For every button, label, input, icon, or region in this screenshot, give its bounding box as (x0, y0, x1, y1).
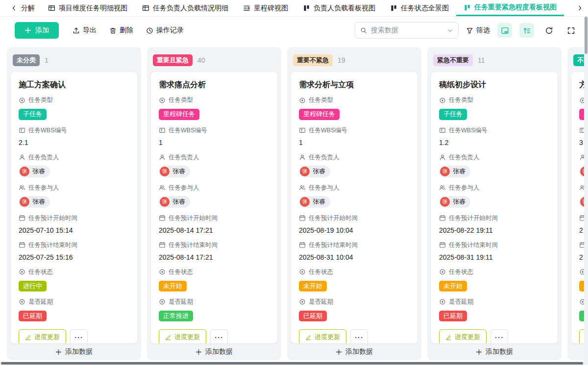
add-row-button[interactable]: 添加数据 (427, 343, 562, 360)
tab-owner-load-detail[interactable]: 任务负责人负载情况明细 (135, 0, 236, 16)
add-row-button[interactable]: 添加数据 (147, 343, 281, 360)
avatar: 张 (300, 197, 310, 207)
field-task-type: 任务类型 子任务 (439, 96, 550, 120)
tab-label: 里程碑视图 (254, 4, 288, 13)
add-row-button[interactable]: 添加数据 (7, 343, 141, 360)
filter-button[interactable]: 筛选 (466, 26, 490, 35)
column-header: 紧急不重要 11 (427, 47, 562, 72)
tab-owner-load-kanban[interactable]: 负责人负载看板视图 (295, 0, 383, 16)
kanban-view-icon (390, 4, 397, 12)
task-card[interactable]: 稿纸初步设计 任务类型 子任务 任务WBS编号 1.2 任务负责人 张张睿 任务… (431, 72, 558, 343)
field-label: 任务类型 (159, 96, 270, 104)
card-actions: 进度更新 ··· (19, 329, 129, 343)
field-label: 任务类型 (19, 96, 129, 104)
field-label: 任务状态 (159, 268, 270, 276)
chevron-left-icon (11, 5, 17, 11)
task-card[interactable]: 需求分析与立项 任务类型 里程碑任务 任务WBS编号 1 任务负责人 张张睿 任… (291, 72, 417, 343)
tab-label: 任务重要紧急程度看板视图 (474, 3, 557, 12)
funnel-icon (466, 27, 473, 34)
progress-update-button[interactable]: 进度更新 (159, 329, 206, 343)
tab-task-status-panorama[interactable]: 任务状态全景图 (383, 0, 456, 16)
kanban-view-icon (303, 4, 310, 12)
pencil-icon (445, 334, 452, 341)
refresh-button[interactable] (541, 23, 556, 38)
field-participant: 任务参与人 张张睿 (19, 184, 129, 208)
column-group-badge[interactable]: 未分类 (13, 54, 40, 66)
delete-button[interactable]: 删除 (109, 26, 133, 35)
search-input[interactable]: 搜索数据 (355, 22, 459, 39)
plus-icon (476, 349, 482, 355)
hide-fields-button[interactable] (497, 23, 512, 38)
single-select-icon (19, 97, 25, 104)
back-to-base[interactable]: 分解 (5, 0, 41, 16)
progress-update-button[interactable]: 进度更新 (299, 329, 346, 343)
people-icon (299, 184, 306, 191)
field-label: 任务参与人 (439, 184, 550, 192)
card-title: 稿纸初步设计 (439, 80, 550, 90)
person-icon (19, 154, 25, 161)
add-row-button[interactable]: 添加数据 (287, 343, 421, 360)
field-label: 是否延期 (299, 298, 410, 306)
field-label: 任务类型 (439, 96, 550, 104)
delay-badge: 已延期 (299, 311, 327, 321)
text-field-icon (299, 127, 306, 134)
progress-update-button[interactable]: 进度更新 (19, 329, 66, 343)
field-label: 任务预计结束时间 (19, 241, 129, 249)
field-label-text: 任务类型 (309, 96, 333, 104)
tab-label: 负责人负载看板视图 (314, 4, 375, 13)
horizontal-scrollbar-thumb[interactable] (1, 362, 583, 365)
tab-milestone-view[interactable]: 里程碑视图 (236, 0, 295, 16)
field-label-text: 任务状态 (309, 268, 333, 276)
field-label-text: 是否延期 (28, 298, 53, 306)
person-name: 张睿 (172, 197, 185, 206)
horizontal-scrollbar[interactable] (0, 362, 588, 365)
end-time-value: 2025-07-25 15:16 (19, 253, 129, 262)
tab-priority-kanban-active[interactable]: 任务重要紧急程度看板视图 (456, 0, 564, 16)
field-wbs: 任务WBS编号 1.2 (439, 126, 550, 147)
card-more-button[interactable]: ··· (350, 329, 368, 343)
tabs-scroll-right[interactable] (572, 0, 588, 16)
field-label-text: 任务预计开始时间 (169, 214, 218, 222)
progress-label: 进度更新 (34, 333, 60, 341)
kanban-column-important-urgent: 重要且紧急 40 需求痛点分析 任务类型 里程碑任务 任务WBS编号 1 任务负… (147, 47, 281, 360)
add-record-button[interactable]: 添加 (15, 22, 59, 39)
operation-history-button[interactable]: 操作记录 (146, 26, 184, 35)
add-row-label: 添加数据 (205, 347, 233, 356)
card-title: 需求分析与立项 (299, 80, 410, 90)
column-group-badge[interactable]: 重要不紧急 (293, 54, 333, 66)
card-title: 需求痛点分析 (159, 80, 270, 90)
progress-update-button[interactable]: 进度更新 (439, 329, 487, 343)
delete-label: 删除 (120, 26, 133, 35)
single-select-icon (439, 268, 446, 275)
card-more-button[interactable]: ··· (210, 329, 228, 343)
chevron-down-icon[interactable] (447, 27, 453, 34)
start-time-value: 2025-08-14 17:21 (159, 226, 270, 235)
card-more-button[interactable]: ··· (490, 329, 508, 343)
toolbar: 添加 导出 删除 操作记录 搜索数据 筛选 (0, 17, 588, 44)
field-participant: 任务参与人 张张睿 (439, 184, 550, 208)
person-name: 张睿 (313, 197, 325, 206)
field-label-text: 任务参与人 (309, 184, 340, 192)
tab-project-task-detail[interactable]: 项目维度任务明细视图 (41, 0, 135, 16)
field-delay: 是否延期 已延期 (299, 298, 410, 321)
calendar-icon (19, 242, 25, 248)
card-more-button[interactable]: ··· (70, 329, 88, 343)
progress-label: 进度更新 (315, 333, 340, 341)
task-card[interactable]: 施工方案确认 任务类型 子任务 任务WBS编号 2.1 任务负责人 张张睿 任务… (11, 72, 137, 343)
people-icon (159, 184, 166, 191)
trash-icon (109, 27, 117, 34)
progress-label: 进度更新 (174, 333, 200, 341)
card-actions: 进度更新 ··· (299, 329, 410, 343)
vertical-scrollbar[interactable] (584, 17, 588, 362)
field-label: 任务预计开始时间 (19, 214, 129, 222)
column-group-badge[interactable]: 重要且紧急 (153, 54, 193, 66)
group-sort-button[interactable] (519, 23, 534, 38)
task-card[interactable]: 需求痛点分析 任务类型 里程碑任务 任务WBS编号 1 任务负责人 张张睿 任务… (151, 72, 277, 343)
end-time-value: 2025-08-31 10:04 (299, 253, 410, 262)
pencil-icon (305, 334, 312, 341)
status-badge: 进行中 (19, 281, 47, 292)
vertical-scrollbar-thumb[interactable] (585, 17, 588, 54)
column-group-badge[interactable]: 紧急不重要 (433, 54, 473, 66)
export-button[interactable]: 导出 (73, 26, 97, 35)
fullscreen-button[interactable] (564, 23, 578, 38)
